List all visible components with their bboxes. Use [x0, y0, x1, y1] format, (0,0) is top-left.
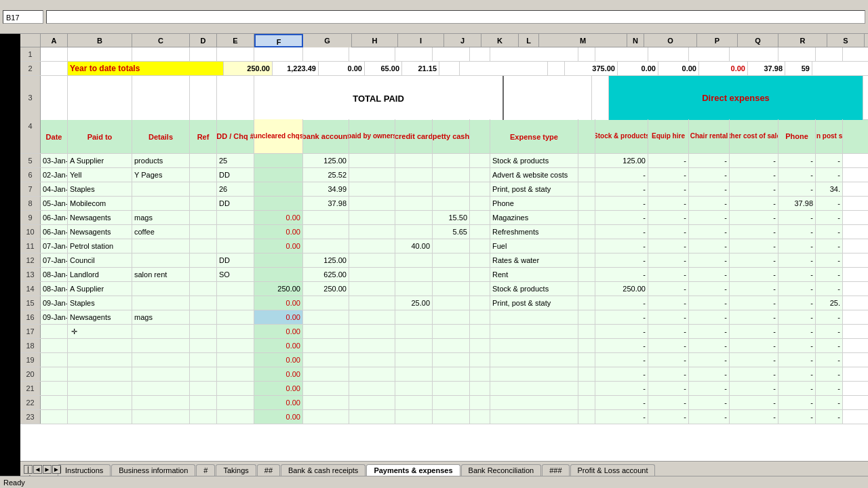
cell-n18: [578, 339, 595, 352]
cell-o8: -: [595, 197, 648, 210]
data-rows: 5 03-Jan-10 A Supplier products 25 125.0…: [20, 154, 868, 424]
cell-r22: -: [730, 396, 778, 409]
cell-q6: -: [689, 168, 730, 182]
cell-c10: Newsagents: [68, 225, 132, 239]
cell-l18: [470, 339, 490, 352]
row-4: 4 Date Paid to Details Ref DD / Chq # un…: [20, 120, 868, 154]
cell-m9: Magazines: [490, 211, 578, 224]
cell-h18: [303, 339, 349, 352]
cell-n20: [578, 367, 595, 381]
cell-g6: [254, 168, 303, 182]
cell-q7: -: [689, 182, 730, 196]
tab-___[interactable]: ###: [542, 464, 569, 476]
cell-g10: 0.00: [254, 225, 303, 239]
row-num-14: 14: [20, 282, 41, 296]
cell-g22: 0.00: [254, 396, 303, 409]
cell-g12: [254, 253, 303, 267]
tab-next-btn[interactable]: ►: [43, 465, 52, 474]
cell-i11: [349, 239, 395, 253]
tab-last-btn[interactable]: ►|: [52, 465, 61, 474]
cell-c23: [68, 410, 132, 424]
cell-i6: [349, 168, 395, 182]
total-paid-header: TOTAL PAID: [254, 76, 504, 120]
cell-g1: [303, 47, 349, 61]
cell-r6: -: [730, 168, 778, 182]
cell-n7: [578, 182, 595, 196]
cell-d12: [132, 253, 190, 267]
status-bar: Ready: [0, 476, 868, 488]
tab-Payments___expenses[interactable]: Payments & expenses: [366, 464, 460, 476]
cell-t7: 34.: [816, 182, 843, 196]
cell-f7: 26: [217, 182, 254, 196]
cell-e3: [217, 76, 254, 120]
cell-n5: [578, 154, 595, 167]
tab-Bank___cash_receipts[interactable]: Bank & cash receipts: [281, 464, 366, 476]
cell-f23: [217, 410, 254, 424]
cell-g20: 0.00: [254, 367, 303, 381]
tab-_[interactable]: #: [196, 464, 215, 476]
cell-k21: [433, 382, 470, 395]
cell-h5: 125.00: [303, 154, 349, 167]
cell-h10: [303, 225, 349, 239]
cell-p2: 0.00: [618, 62, 658, 75]
cell-l9: [470, 211, 490, 224]
cell-l1: [490, 47, 578, 61]
tab-Business_information[interactable]: Business information: [111, 464, 195, 476]
cell-m16: [490, 310, 578, 324]
cell-d14: [132, 282, 190, 296]
header-other-cost: Other cost of sales: [730, 119, 778, 153]
cell-o1: [648, 47, 689, 61]
tab-first-btn[interactable]: |◄: [24, 465, 33, 474]
cell-m12: Rates & water: [490, 253, 578, 267]
cell-s9: -: [778, 211, 816, 224]
tab-Bank_Reconciliation[interactable]: Bank Reconciliation: [461, 464, 542, 476]
col-h: H: [352, 34, 398, 47]
cell-p20: -: [648, 367, 689, 381]
cell-e21: [190, 382, 217, 395]
cell-m19: [490, 353, 578, 367]
cell-t23: -: [816, 410, 843, 424]
tab-Takings[interactable]: Takings: [216, 464, 256, 476]
cell-d7: [132, 182, 190, 196]
cell-e11: [190, 239, 217, 253]
cell-m7: Print, post & staty: [490, 182, 578, 196]
row-num-6: 6: [20, 168, 41, 182]
tab-__[interactable]: ##: [257, 464, 280, 476]
tab-prev-btn[interactable]: ◄: [33, 465, 42, 474]
cell-i8: [349, 197, 395, 210]
cell-c11: Petrol station: [68, 239, 132, 253]
row-11: 11 07-Jan-10 Petrol station 0.00 40.00 F…: [20, 239, 868, 253]
row-6: 6 02-Jan-10 Yell Y Pages DD 25.52 Advert…: [20, 168, 868, 182]
cell-n11: [578, 239, 595, 253]
col-s: S: [827, 34, 865, 47]
cell-g14: 250.00: [254, 282, 303, 296]
row-num-16: 16: [20, 310, 41, 324]
col-k: K: [481, 34, 519, 47]
cell-h22: [303, 396, 349, 409]
cell-t10: -: [816, 225, 843, 239]
cell-c16: Newsagents: [68, 310, 132, 324]
cell-r13: -: [730, 268, 778, 281]
cell-i10: [349, 225, 395, 239]
cell-q10: -: [689, 225, 730, 239]
header-date: Date: [41, 119, 68, 153]
cell-c17: ✛: [68, 325, 132, 338]
row-num-2: 2: [20, 62, 41, 75]
tab-Instructions[interactable]: Instructions: [58, 464, 111, 476]
cell-d6: Y Pages: [132, 168, 190, 182]
cell-l5: [470, 154, 490, 167]
cell-h2: 1,223.49: [273, 62, 319, 75]
cell-l19: [470, 353, 490, 367]
cell-n1: [595, 47, 648, 61]
cell-d23: [132, 410, 190, 424]
cell-j20: [395, 367, 433, 381]
name-box[interactable]: B17: [3, 10, 43, 24]
cell-p19: -: [648, 353, 689, 367]
cell-d16: mags: [132, 310, 190, 324]
cell-o7: -: [595, 182, 648, 196]
cell-g9: 0.00: [254, 211, 303, 224]
cell-l2: [439, 62, 460, 75]
cell-p9: -: [648, 211, 689, 224]
tab-Profit___Loss_account[interactable]: Profit & Loss account: [570, 464, 656, 476]
header-paid-by-owners: paid by owners: [349, 119, 395, 153]
